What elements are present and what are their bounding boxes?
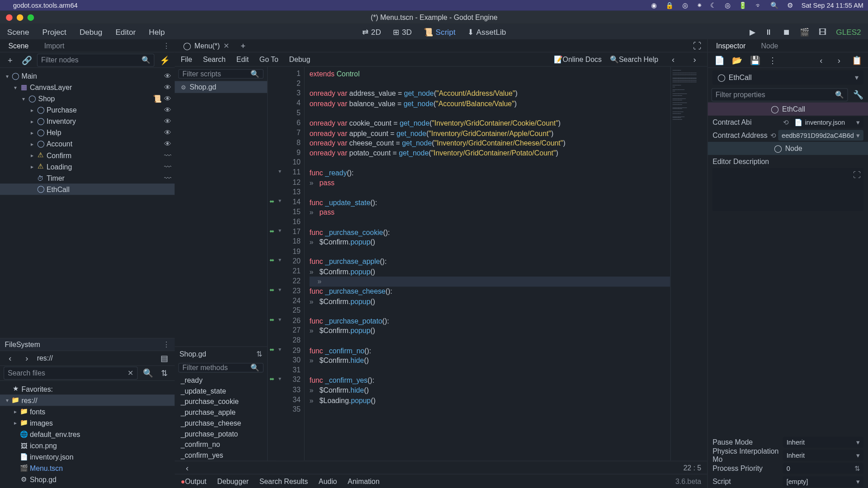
insp-save-icon[interactable]: 💾 <box>748 53 761 66</box>
insp-hist-fwd[interactable]: › <box>832 53 845 66</box>
play-scene-button[interactable]: 🎬 <box>800 27 809 36</box>
online-docs-button[interactable]: 📝Online Docs <box>554 55 602 63</box>
play-custom-button[interactable]: 🎞 <box>819 27 826 36</box>
visibility-icon[interactable]: 👁 <box>164 140 171 148</box>
script-menu-search[interactable]: Search <box>203 55 226 63</box>
fs-sort-button[interactable]: ⇅ <box>158 366 171 380</box>
scene-node-purchase[interactable]: ▸◯Purchase👁 <box>0 104 175 116</box>
workspace-assetlib[interactable]: ⬇AssetLib <box>467 27 506 36</box>
menu-editor[interactable]: Editor <box>115 27 136 36</box>
zoom-window-button[interactable] <box>28 14 34 21</box>
fs-item-fonts[interactable]: ▸📁fonts <box>0 406 175 417</box>
method-_update_state[interactable]: _update_state <box>175 385 267 396</box>
search-help-button[interactable]: 🔍Search Help <box>610 55 658 63</box>
fs-item-inventory-json[interactable]: 📄inventory.json <box>0 451 175 462</box>
sync-icon[interactable]: ◎ <box>682 1 688 9</box>
prop-contract-address[interactable]: Contract Address⟲eedb8791D99d2aC4B6d▾ <box>708 129 868 142</box>
fs-item-icon-png[interactable]: 🖼icon.png <box>0 440 175 451</box>
fs-item-images[interactable]: ▸📁images <box>0 417 175 428</box>
control-center-icon[interactable]: ⚙ <box>787 1 793 9</box>
scene-node-account[interactable]: ▸◯Account👁 <box>0 138 175 150</box>
fs-view-toggle[interactable]: ▤ <box>158 352 171 365</box>
inspected-node[interactable]: ◯EthCall▾ <box>712 70 863 85</box>
insp-new-icon[interactable]: 📄 <box>712 53 726 66</box>
visibility-icon[interactable]: 👁 <box>164 94 171 103</box>
link-node-button[interactable]: 🔗 <box>20 53 33 66</box>
fs-item-default-env-tres[interactable]: 🌐default_env.tres <box>0 428 175 440</box>
tab-node[interactable]: Node <box>758 40 782 52</box>
prop-script[interactable]: Script[empty]▾ <box>708 475 868 488</box>
visibility-icon[interactable]: 👁 <box>164 106 171 114</box>
scene-tab[interactable]: ◯ Menu(*)✕ <box>178 40 234 51</box>
filesystem-options-icon[interactable]: ⋮ <box>163 340 170 348</box>
close-tab-icon[interactable]: ✕ <box>223 42 229 50</box>
scene-node-shop[interactable]: ▾◯Shop📜👁 <box>0 93 175 104</box>
editor-description[interactable]: Editor Description <box>708 155 868 168</box>
scene-node-main[interactable]: ▾◯Main👁 <box>0 70 175 82</box>
script-nav-fwd[interactable]: › <box>688 53 701 66</box>
scene-node-help[interactable]: ▸◯Help👁 <box>0 127 175 138</box>
bottom-audio[interactable]: Audio <box>319 477 337 485</box>
script-attached-icon[interactable]: 📜 <box>153 94 162 103</box>
distraction-free-icon[interactable]: ⛶ <box>690 39 703 52</box>
workspace-3d[interactable]: ⊞3D <box>393 27 412 36</box>
app-name[interactable]: godot.osx.tools.arm64 <box>13 2 78 9</box>
fs-item-shop-gd[interactable]: ⚙Shop.gd <box>0 474 175 485</box>
play-button[interactable]: ▶ <box>750 27 755 36</box>
search-icon[interactable]: 🔍 <box>770 1 778 9</box>
workspace-2d[interactable]: ⇄2D <box>362 27 381 36</box>
visibility-icon[interactable]: 👁 <box>164 72 171 80</box>
search-icon[interactable]: 🔍 <box>142 366 155 380</box>
prop-process-priority[interactable]: Process Priority0⇅ <box>708 462 868 475</box>
menu-project[interactable]: Project <box>42 27 66 36</box>
moon-icon[interactable]: ☾ <box>710 1 716 9</box>
insp-more-icon[interactable]: ⋮ <box>766 53 779 66</box>
code-editor[interactable]: ⬌⬌⬌⬌⬌⬌⬌ 12345678910▾111213▾141516▾171819… <box>268 67 707 461</box>
fs-back-button[interactable]: ‹ <box>4 352 17 365</box>
open-script-item[interactable]: ⚙Shop.gd <box>175 81 267 93</box>
method-_purchase_apple[interactable]: _purchase_apple <box>175 407 267 418</box>
bottom-animation[interactable]: Animation <box>348 477 379 485</box>
script-menu-file[interactable]: File <box>181 55 193 63</box>
insp-hist-back[interactable]: ‹ <box>815 53 828 66</box>
fs-item-res---[interactable]: ▾📁res:// <box>0 394 175 406</box>
fs-item-menu-tscn[interactable]: 🎬Menu.tscn <box>0 463 175 474</box>
status-back-icon[interactable]: ‹ <box>181 461 194 474</box>
bluetooth-icon[interactable]: ⁕ <box>697 1 702 9</box>
method-_confirm_yes[interactable]: _confirm_yes <box>175 450 267 461</box>
prop-contract-abi[interactable]: Contract Abi⟲📄inventory.json▾ <box>708 116 868 129</box>
scene-node-inventory[interactable]: ▸◯Inventory👁 <box>0 116 175 127</box>
battery-icon[interactable]: 🔋 <box>739 1 747 9</box>
scene-node-loading[interactable]: ▸⚠Loading〰 <box>0 161 175 172</box>
menu-debug[interactable]: Debug <box>80 27 103 36</box>
reset-icon[interactable]: ⟲ <box>770 131 776 139</box>
expand-icon[interactable]: ⛶ <box>853 170 861 179</box>
visibility-icon[interactable]: 👁 <box>164 83 171 91</box>
fs-path[interactable]: res:// <box>37 354 155 362</box>
tab-scene[interactable]: Scene <box>5 40 33 52</box>
reset-icon[interactable]: ⟲ <box>783 118 788 126</box>
wifi-icon[interactable]: ᯤ <box>755 2 762 9</box>
scene-node-canvaslayer[interactable]: ▾▦CanvasLayer👁 <box>0 82 175 93</box>
filter-scripts-input[interactable]: Filter scripts🔍 <box>178 69 264 79</box>
scene-node-ethcall[interactable]: ◯EthCall <box>0 183 175 195</box>
close-window-button[interactable] <box>6 14 13 21</box>
signal-icon[interactable]: 〰 <box>164 174 171 182</box>
menu-scene[interactable]: Scene <box>7 27 29 36</box>
method-_ready[interactable]: _ready <box>175 375 267 386</box>
insp-load-icon[interactable]: 📂 <box>731 53 744 66</box>
scene-node-confirm[interactable]: ▸⚠Confirm〰 <box>0 150 175 161</box>
insp-hist-list[interactable]: 📋 <box>850 53 863 66</box>
insp-tools-icon[interactable]: 🔧 <box>852 88 865 101</box>
renderer-select[interactable]: GLES2 <box>836 27 861 36</box>
scene-tree-options[interactable]: ⚡ <box>158 53 171 66</box>
prop-physics-interpolation-mo[interactable]: Physics Interpolation MoInherit▾ <box>708 449 868 462</box>
script-menu-goto[interactable]: Go To <box>259 55 278 63</box>
minimap[interactable]: ▬▬▬▬▬▬▬ ▬▬▬▬▬▬▬▬▬▬▬▬▬▬▬▬▬▬▬▬ ▬▬▬▬▬▬▬▬▬▬▬… <box>670 67 708 461</box>
minimize-window-button[interactable] <box>17 14 24 21</box>
tab-import[interactable]: Import <box>41 40 68 52</box>
filter-nodes-input[interactable]: Filter nodes🔍 <box>37 53 155 66</box>
target-icon[interactable]: ◎ <box>725 1 731 9</box>
filter-properties-input[interactable]: Filter properties🔍 <box>712 88 848 101</box>
bottom-debugger[interactable]: Debugger <box>217 477 249 485</box>
